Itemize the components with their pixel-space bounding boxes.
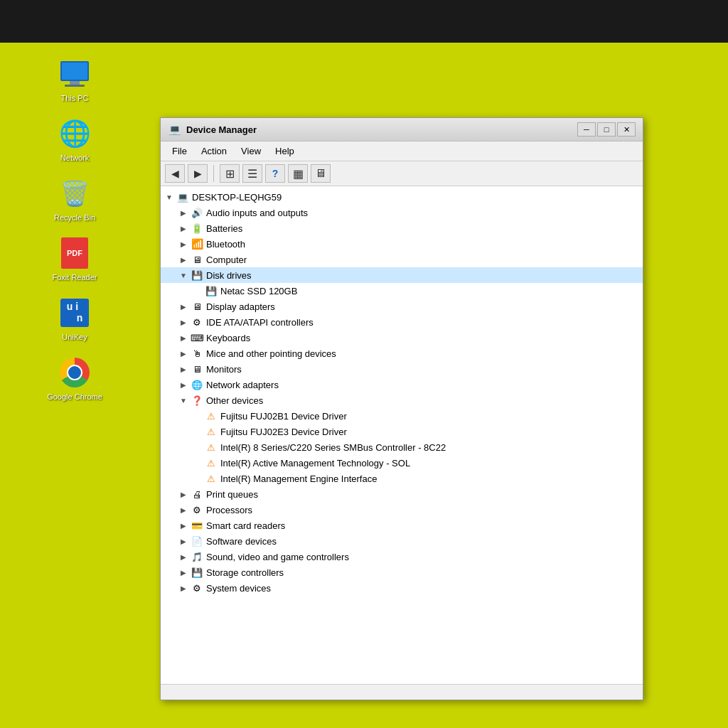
- icon-fuj1: ⚠: [205, 410, 218, 422]
- label-netac: Netac SSD 120GB: [220, 286, 297, 296]
- expander-intelme: [192, 473, 203, 484]
- menu-help[interactable]: Help: [269, 144, 300, 159]
- label-smartcard: Smart card readers: [206, 520, 285, 531]
- label-intel8: Intel(R) 8 Series/C220 Series SMBus Cont…: [220, 442, 446, 453]
- tree-item-netac[interactable]: 💾 Netac SSD 120GB: [161, 283, 643, 299]
- icon-audio: 🔊: [191, 206, 203, 219]
- device-tree[interactable]: ▼ 💻 DESKTOP-LEQHG59 ▶ 🔊 Audio inputs and…: [161, 186, 643, 684]
- expander-print[interactable]: ▶: [178, 488, 189, 500]
- expander-computer[interactable]: ▶: [178, 254, 189, 265]
- desktop-icon-network[interactable]: 🌐 Network: [43, 117, 107, 162]
- help-button[interactable]: ?: [265, 164, 285, 183]
- tree-item-processors[interactable]: ▶ ⚙ Processors: [161, 502, 643, 518]
- label-storage: Storage controllers: [206, 567, 284, 578]
- tree-item-smartcard[interactable]: ▶ 💳 Smart card readers: [161, 518, 643, 533]
- device-manager-window: 💻 Device Manager ─ □ ✕ File Action View …: [160, 117, 643, 700]
- label-keyboards: Keyboards: [206, 333, 250, 343]
- tree-item-bluetooth[interactable]: ▶ 📶 Bluetooth: [161, 236, 643, 252]
- label-display: Display adapters: [206, 301, 275, 312]
- tree-item-print[interactable]: ▶ 🖨 Print queues: [161, 486, 643, 502]
- icon-computer: 🖥: [191, 253, 203, 266]
- tree-item-diskdrives[interactable]: ▼ 💾 Disk drives: [161, 267, 643, 283]
- label-diskdrives: Disk drives: [206, 270, 252, 281]
- expander-software[interactable]: ▶: [178, 535, 189, 547]
- tree-item-intelamt[interactable]: ⚠ Intel(R) Active Management Technology …: [161, 455, 643, 471]
- back-button[interactable]: ◀: [165, 164, 185, 183]
- computer-button[interactable]: 🖥: [311, 164, 331, 183]
- forward-button[interactable]: ▶: [188, 164, 208, 183]
- maximize-button[interactable]: □: [597, 122, 616, 136]
- view-button-3[interactable]: ▦: [288, 164, 308, 183]
- tree-item-intel8[interactable]: ⚠ Intel(R) 8 Series/C220 Series SMBus Co…: [161, 439, 643, 455]
- expander-processors[interactable]: ▶: [178, 504, 189, 515]
- icon-system: ⚙: [191, 582, 203, 594]
- expander-bluetooth[interactable]: ▶: [178, 238, 189, 250]
- tree-item-mice[interactable]: ▶ 🖱 Mice and other pointing devices: [161, 346, 643, 361]
- expander-system[interactable]: ▶: [178, 582, 189, 594]
- tree-item-fuj2[interactable]: ⚠ Fujitsu FUJ02E3 Device Driver: [161, 424, 643, 439]
- window-title-icon: 💻: [168, 123, 181, 136]
- desktop-icon-network-label: Network: [60, 154, 89, 162]
- expander-batteries[interactable]: ▶: [178, 223, 189, 234]
- expander-display[interactable]: ▶: [178, 301, 189, 312]
- menu-view[interactable]: View: [235, 144, 267, 159]
- tree-item-intelme[interactable]: ⚠ Intel(R) Management Engine Interface: [161, 471, 643, 486]
- tree-item-other[interactable]: ▼ ❓ Other devices: [161, 392, 643, 408]
- expander-keyboards[interactable]: ▶: [178, 332, 189, 343]
- icon-software: 📄: [191, 535, 203, 547]
- tree-item-keyboards[interactable]: ▶ ⌨ Keyboards: [161, 330, 643, 346]
- expander-sound[interactable]: ▶: [178, 551, 189, 562]
- label-other: Other devices: [206, 395, 263, 406]
- menubar: File Action View Help: [161, 141, 643, 161]
- desktop-icon-pdf-label: Foxit Reader: [53, 273, 97, 282]
- icon-other: ❓: [191, 394, 203, 407]
- expander-storage[interactable]: ▶: [178, 567, 189, 578]
- tree-item-display[interactable]: ▶ 🖥 Display adapters: [161, 299, 643, 314]
- expander-ide[interactable]: ▶: [178, 316, 189, 328]
- tree-item-sound[interactable]: ▶ 🎵 Sound, video and game controllers: [161, 549, 643, 564]
- tree-item-ide[interactable]: ▶ ⚙ IDE ATA/ATAPI controllers: [161, 314, 643, 330]
- icon-intelamt: ⚠: [205, 456, 218, 469]
- desktop-icon-pdf-reader[interactable]: PDF Foxit Reader: [43, 236, 107, 282]
- minimize-button[interactable]: ─: [577, 122, 596, 136]
- view-button-2[interactable]: ☰: [242, 164, 262, 183]
- window-controls: ─ □ ✕: [577, 122, 636, 136]
- tree-item-storage[interactable]: ▶ 💾 Storage controllers: [161, 564, 643, 580]
- label-audio: Audio inputs and outputs: [206, 208, 308, 218]
- icon-keyboards: ⌨: [191, 331, 203, 344]
- tree-item-audio[interactable]: ▶ 🔊 Audio inputs and outputs: [161, 205, 643, 220]
- icon-sound: 🎵: [191, 550, 203, 563]
- icon-bluetooth: 📶: [191, 237, 203, 250]
- desktop-icon-this-pc[interactable]: This PC: [43, 57, 107, 102]
- tree-item-monitors[interactable]: ▶ 🖥 Monitors: [161, 361, 643, 377]
- tree-item-software[interactable]: ▶ 📄 Software devices: [161, 533, 643, 549]
- tree-item-batteries[interactable]: ▶ 🔋 Batteries: [161, 220, 643, 236]
- expander-diskdrives[interactable]: ▼: [178, 269, 189, 281]
- tree-item-root[interactable]: ▼ 💻 DESKTOP-LEQHG59: [161, 189, 643, 205]
- desktop-icon-chrome[interactable]: Google Chrome: [43, 355, 107, 401]
- tree-item-computer[interactable]: ▶ 🖥 Computer: [161, 252, 643, 267]
- tree-item-system[interactable]: ▶ ⚙ System devices: [161, 580, 643, 596]
- desktop-icon-unikey[interactable]: u i n UniKey: [43, 296, 107, 341]
- tree-item-fuj1[interactable]: ⚠ Fujitsu FUJ02B1 Device Driver: [161, 408, 643, 424]
- close-button[interactable]: ✕: [617, 122, 636, 136]
- menu-file[interactable]: File: [166, 144, 193, 159]
- expander-other[interactable]: ▼: [178, 395, 189, 406]
- tree-item-network[interactable]: ▶ 🌐 Network adapters: [161, 377, 643, 392]
- window-titlebar: 💻 Device Manager ─ □ ✕: [161, 118, 643, 141]
- label-mice: Mice and other pointing devices: [206, 348, 336, 359]
- expander-smartcard[interactable]: ▶: [178, 520, 189, 531]
- expander-root[interactable]: ▼: [164, 191, 175, 203]
- desktop-icon-recycle-label: Recycle Bin: [54, 213, 95, 222]
- expander-network[interactable]: ▶: [178, 379, 189, 390]
- expander-intel8: [192, 441, 203, 453]
- menu-action[interactable]: Action: [196, 144, 232, 159]
- expander-audio[interactable]: ▶: [178, 207, 189, 218]
- icon-intel8: ⚠: [205, 441, 218, 454]
- view-button-1[interactable]: ⊞: [220, 164, 240, 183]
- expander-monitors[interactable]: ▶: [178, 363, 189, 375]
- label-print: Print queues: [206, 489, 258, 500]
- desktop-icon-recycle-bin[interactable]: 🗑️ Recycle Bin: [43, 176, 107, 222]
- expander-mice[interactable]: ▶: [178, 348, 189, 359]
- label-sound: Sound, video and game controllers: [206, 552, 349, 562]
